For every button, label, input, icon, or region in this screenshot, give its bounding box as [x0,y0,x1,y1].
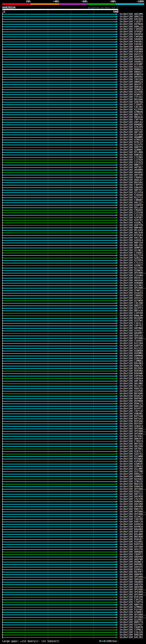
hit-line[interactable] [3,438,116,439]
hit-line[interactable] [3,306,116,306]
hit-line[interactable] [3,97,116,98]
hit-line[interactable] [3,165,116,166]
hit-line[interactable] [3,49,116,50]
hit-line[interactable] [3,293,116,294]
hit-line[interactable] [3,180,116,180]
hit-line[interactable] [3,597,116,598]
hit-line[interactable] [3,574,116,575]
hit-line[interactable] [3,444,116,444]
hit-line[interactable] [3,187,116,188]
hit-line[interactable] [3,258,116,258]
hit-line[interactable] [3,569,116,570]
hit-line[interactable] [3,383,116,384]
hit-line[interactable] [3,260,116,261]
hit-line[interactable] [3,22,116,22]
hit-line[interactable] [3,426,116,427]
hit-line[interactable] [3,336,116,336]
hit-line[interactable] [3,112,116,113]
hit-line[interactable] [3,238,116,238]
hit-line[interactable] [3,486,116,487]
hit-line[interactable] [3,549,116,550]
hit-line[interactable] [3,268,116,268]
hit-line[interactable] [3,496,116,497]
hit-line[interactable] [3,87,116,88]
hit-line[interactable] [3,198,116,198]
hit-line[interactable] [3,394,116,394]
hit-line[interactable] [3,564,116,565]
hit-line[interactable] [3,44,116,45]
hit-line[interactable] [3,42,116,42]
hit-line[interactable] [3,208,116,208]
hit-line[interactable] [3,635,116,635]
hit-line[interactable] [3,378,116,379]
hit-line[interactable] [3,446,116,447]
hit-line[interactable] [3,192,116,193]
hit-line[interactable] [3,69,116,70]
hit-line[interactable] [3,338,116,339]
hit-line[interactable] [3,579,116,580]
hit-line[interactable] [3,356,116,356]
hit-line[interactable] [3,401,116,402]
hit-label[interactable]: UniRef100_A4CJR1 [120,636,143,638]
hit-line[interactable] [3,57,116,57]
hit-line[interactable] [3,421,116,422]
hit-line[interactable] [3,32,116,32]
hit-line[interactable] [3,130,116,130]
hit-line[interactable] [3,290,116,291]
hit-line[interactable] [3,150,116,150]
hit-line[interactable] [3,526,116,527]
hit-line[interactable] [3,594,116,595]
hit-line[interactable] [3,220,116,221]
hit-line[interactable] [3,16,116,17]
hit-line[interactable] [3,142,116,143]
hit-line[interactable] [3,232,116,233]
hit-line[interactable] [3,627,116,628]
hit-line[interactable] [3,26,116,27]
hit-line[interactable] [3,391,116,392]
hit-line[interactable] [3,567,116,568]
hit-line[interactable] [3,371,116,372]
hit-line[interactable] [3,373,116,374]
hit-line[interactable] [3,24,116,25]
hit-line[interactable] [3,471,116,472]
hit-line[interactable] [3,64,116,65]
hit-line[interactable] [3,607,116,608]
hit-line[interactable] [3,386,116,386]
hit-line[interactable] [3,610,116,610]
hit-line[interactable] [3,456,116,457]
hit-line[interactable] [3,62,116,62]
hit-line[interactable] [3,283,116,284]
hit-line[interactable] [3,620,116,620]
hit-line[interactable] [3,418,116,419]
hit-line[interactable] [3,195,116,196]
hit-line[interactable] [3,559,116,560]
hit-line[interactable] [3,602,116,603]
hit-line[interactable] [3,340,116,341]
hit-line[interactable] [3,476,116,477]
hit-line[interactable] [3,84,116,85]
hit-line[interactable] [3,552,116,552]
hit-line[interactable] [3,167,116,168]
hit-line[interactable] [3,624,116,625]
hit-line[interactable] [3,431,116,432]
hit-line[interactable] [3,182,116,183]
hit-line[interactable] [3,79,116,80]
hit-line[interactable] [3,92,116,92]
hit-line[interactable] [3,577,116,578]
hit-line[interactable] [3,162,116,163]
hit-line[interactable] [3,366,116,366]
hit-line[interactable] [3,333,116,334]
hit-line[interactable] [3,228,116,228]
hit-line[interactable] [3,140,116,140]
hit-line[interactable] [3,590,116,590]
hit-line[interactable] [3,469,116,470]
hit-line[interactable] [3,74,116,75]
hit-line[interactable] [3,147,116,148]
hit-line[interactable] [3,572,116,572]
hit-line[interactable] [3,474,116,474]
hit-line[interactable] [3,52,116,52]
hit-line[interactable] [3,592,116,592]
hit-line[interactable] [3,134,116,135]
hit-line[interactable] [3,504,116,505]
hit-line[interactable] [3,240,116,241]
